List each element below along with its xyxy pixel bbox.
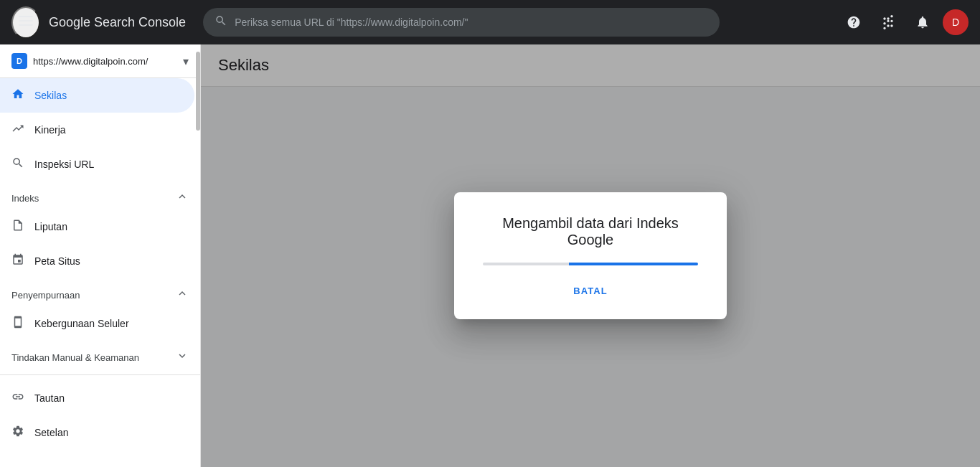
section-tindakan-title: Tindakan Manual & Keamanan	[11, 352, 139, 363]
section-penyempurnaan: Penyempurnaan	[0, 278, 200, 306]
nav-label-tautan: Tautan	[34, 392, 65, 404]
sidebar-item-liputan[interactable]: Liputan	[0, 209, 194, 244]
nav-label-inspeksi-url: Inspeksi URL	[34, 159, 94, 170]
loading-dialog: Mengambil data dari Indeks Google BATAL	[454, 192, 727, 319]
link-icon	[11, 390, 24, 407]
collapse-penyempurnaan-icon[interactable]	[176, 287, 189, 303]
main-content: Sekilas Mengambil data dari Indeks Googl…	[201, 44, 980, 467]
search-nav-icon	[11, 156, 24, 173]
app-logo: Google Search Console	[49, 15, 186, 30]
sidebar-item-sekilas[interactable]: Sekilas	[0, 78, 194, 113]
dialog-actions: BATAL	[483, 280, 698, 302]
home-icon	[11, 88, 24, 104]
search-icon	[215, 14, 227, 31]
search-input[interactable]	[235, 16, 708, 28]
progress-done	[483, 263, 569, 265]
main-layout: D https://www.digitalpoin.com/ ▾ Sekilas…	[0, 44, 980, 467]
section-tindakan-manual: Tindakan Manual & Keamanan	[0, 341, 200, 369]
header-actions: D	[839, 8, 969, 37]
app-header: Google Search Console D	[0, 0, 980, 44]
sidebar-item-tautan[interactable]: Tautan	[0, 381, 194, 415]
cancel-button[interactable]: BATAL	[562, 280, 618, 302]
section-penyempurnaan-title: Penyempurnaan	[11, 290, 80, 301]
progress-active	[569, 263, 698, 265]
search-bar[interactable]	[203, 8, 720, 37]
sidebar-item-kinerja[interactable]: Kinerja	[0, 113, 194, 147]
collapse-indeks-icon[interactable]	[176, 190, 189, 207]
menu-icon[interactable]	[11, 6, 40, 39]
nav-label-sekilas: Sekilas	[34, 90, 67, 101]
doc-icon	[11, 219, 24, 235]
sidebar-item-inspeksi-url[interactable]: Inspeksi URL	[0, 147, 194, 181]
section-indeks-title: Indeks	[11, 193, 39, 204]
nav-label-setelan: Setelan	[34, 427, 68, 438]
svg-rect-0	[19, 16, 33, 17]
sitemap-icon	[11, 253, 24, 270]
collapse-tindakan-icon[interactable]	[176, 349, 189, 366]
svg-rect-1	[19, 20, 33, 22]
section-indeks: Indeks	[0, 181, 200, 209]
nav-label-kinerja: Kinerja	[34, 124, 66, 136]
trending-up-icon	[11, 122, 24, 138]
loading-overlay: Mengambil data dari Indeks Google BATAL	[201, 44, 980, 467]
property-selector[interactable]: D https://www.digitalpoin.com/ ▾	[0, 44, 200, 78]
apps-button[interactable]	[874, 8, 903, 37]
sidebar-item-setelan[interactable]: Setelan	[0, 415, 194, 450]
sidebar-item-peta-situs[interactable]: Peta Situs	[0, 244, 194, 278]
help-button[interactable]	[839, 8, 868, 37]
property-url: https://www.digitalpoin.com/	[33, 56, 177, 67]
nav-label-kebergunaan-seluler: Kebergunaan Seluler	[34, 318, 129, 329]
chevron-down-icon: ▾	[183, 55, 189, 68]
sidebar-item-kebergunaan-seluler[interactable]: Kebergunaan Seluler	[0, 306, 194, 341]
svg-rect-2	[19, 24, 33, 26]
nav-label-liputan: Liputan	[34, 221, 67, 232]
gear-icon	[11, 425, 24, 441]
avatar[interactable]: D	[943, 9, 969, 35]
nav-label-peta-situs: Peta Situs	[34, 255, 80, 267]
property-icon: D	[11, 53, 27, 69]
progress-bar	[483, 263, 698, 265]
notifications-button[interactable]	[908, 8, 937, 37]
sidebar: D https://www.digitalpoin.com/ ▾ Sekilas…	[0, 44, 201, 467]
logo-text: Google Search Console	[49, 15, 186, 30]
dialog-title: Mengambil data dari Indeks Google	[483, 215, 698, 248]
phone-icon	[11, 316, 24, 332]
